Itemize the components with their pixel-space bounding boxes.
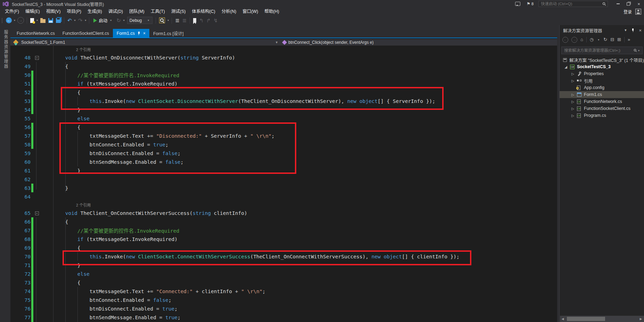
line-number[interactable]: 65 [10,210,31,216]
minimize-button[interactable] [613,0,623,7]
menu-item-7[interactable]: 团队(M) [126,8,148,16]
restore-button[interactable] [623,0,634,7]
redo-button[interactable]: ↷ [77,17,84,24]
code-line-77[interactable]: 77 btnSendMessage.Enabled = true; [10,313,560,322]
scroll-right-icon[interactable]: ▶ [638,317,644,321]
tree-item-functionsocketclient-cs-node[interactable]: ▷C#FunctionSocketClient.cs [560,105,644,112]
line-number[interactable]: 70 [10,254,31,259]
collapse-toggle-icon[interactable]: − [35,56,39,60]
breadcrumb-member[interactable]: btnConnect_Click(object sender, EventArg… [288,40,373,45]
new-file-button[interactable] [30,18,34,23]
code-line-72[interactable]: 72 else [10,269,560,278]
find-caret[interactable]: ▾ [166,19,170,22]
menu-item-8[interactable]: 工具(T) [148,8,168,16]
se-forward-button[interactable]: → [571,37,577,43]
line-number[interactable]: 50 [10,72,31,78]
navigate-list-2-button[interactable]: ≣ [181,17,188,24]
se-pending-changes-filter-button[interactable]: ◷ [590,37,594,43]
line-number[interactable]: 53 [10,98,31,104]
menu-item-4[interactable]: 项目(P) [64,8,84,16]
tree-item-properties-node[interactable]: ▷Properties [560,70,644,77]
line-number[interactable]: 67 [10,228,31,233]
tab-functionsocketclient-cs[interactable]: FunctionSocketClient.cs [59,29,113,38]
pin-icon[interactable] [631,29,635,32]
menu-item-11[interactable]: 分析(N) [218,8,239,16]
se-properties-button[interactable]: ⊞ [617,37,621,43]
feedback-icon[interactable] [515,2,520,6]
se-overflow-button[interactable]: » [628,37,630,43]
close-tab-icon[interactable]: × [143,32,146,35]
menu-item-12[interactable]: 窗口(W) [239,8,261,16]
menu-item-13[interactable]: 帮助(H) [261,8,282,16]
expander-open-icon[interactable]: ◢ [564,65,568,69]
code-line-75[interactable]: 75 btnConnect.Enabled = false; [10,296,560,304]
toolbar-grip[interactable] [1,18,3,23]
close-button[interactable]: × [634,0,644,7]
line-number[interactable]: 54 [10,107,31,113]
line-number[interactable]: 62 [10,177,31,182]
expander-closed-icon[interactable]: ▷ [571,107,575,111]
combo-caret-icon[interactable]: ▾ [147,19,150,22]
solution-explorer-search[interactable]: ▾ [561,47,643,54]
tree-item-app-config-node[interactable]: App.config [560,84,644,91]
se-home-button[interactable]: ⌂ [580,37,583,43]
window-position-icon[interactable]: ▼ [624,29,627,32]
sign-in-link[interactable]: 登录 [624,9,632,15]
code-line-76[interactable]: 76 btnDisConnect.Enabled = true; [10,304,560,313]
menu-item-1[interactable]: 文件(F) [2,8,22,16]
save-all-button[interactable] [56,18,61,23]
line-number[interactable]: 49 [10,64,31,69]
fold-column[interactable]: − [33,210,40,216]
redo-caret[interactable]: ▾ [84,19,87,22]
line-number[interactable]: 52 [10,90,31,95]
line-number[interactable]: 73 [10,280,31,285]
pin-icon[interactable] [137,32,141,35]
navigate-list-button[interactable]: ≣ [174,17,181,24]
code-editor[interactable]: 2 个引用48− void TheClient_OnDisconnectWith… [10,46,560,322]
bookmark-clear-button[interactable]: ↯ [212,17,220,24]
user-avatar-icon[interactable] [635,9,641,15]
expander-closed-icon[interactable]: ▷ [571,93,575,97]
code-line-68[interactable]: 68 if (txtMessageGet.InvokeRequired) [10,235,560,243]
code-line-63[interactable]: 63 } [10,184,560,192]
hot-reload-caret[interactable]: ▾ [122,19,126,22]
line-number[interactable]: 75 [10,297,31,303]
line-number[interactable]: 58 [10,142,31,147]
line-number[interactable]: 66 [10,219,31,225]
code-line-66[interactable]: 66 { [10,217,560,226]
tree-item-form1-cs-node[interactable]: ▷Form1.cs [560,91,644,98]
tree-item-solution-node[interactable]: 解决方案 "SocketTestCS_3" (1 个项目) [560,56,644,63]
menu-item-3[interactable]: 视图(V) [43,8,64,16]
menu-item-9[interactable]: 测试(S) [168,8,189,16]
line-number[interactable]: 63 [10,185,31,191]
code-line-55[interactable]: 55 else [10,114,560,123]
solution-search-input[interactable] [563,48,634,53]
line-number[interactable]: 60 [10,159,31,165]
expander-closed-icon[interactable]: ▷ [571,79,575,83]
code-line-73[interactable]: 73 { [10,278,560,287]
tree-item-references-node[interactable]: ▷引用 [560,77,644,84]
bookmark-next-button[interactable]: ↱ [205,17,212,24]
collapse-toggle-icon[interactable]: − [35,211,39,215]
save-button[interactable] [48,18,53,23]
fold-column[interactable]: − [33,55,40,61]
server-explorer-collapsed-tab[interactable]: 服务器资源管理器 [3,30,9,69]
code-line-48[interactable]: 48− void TheClient_OnDisconnectWithServe… [10,53,560,62]
menu-item-6[interactable]: 调试(D) [105,8,126,16]
se-back-button[interactable]: ← [562,37,568,43]
notifications-flag[interactable]: ⚑ 8 [527,1,534,6]
se-refresh-button[interactable]: ↻ [603,37,607,43]
code-line-64[interactable]: 64 [10,192,560,201]
debug-config-combo[interactable]: Debug▾ [127,17,152,24]
expander-closed-icon[interactable]: ▷ [571,114,575,118]
line-number[interactable]: 69 [10,245,31,251]
line-number[interactable]: 77 [10,315,31,320]
undo-caret[interactable]: ▾ [73,19,77,22]
line-number[interactable]: 59 [10,151,31,156]
breadcrumb-class[interactable]: SocketTestCS_1.Form1 [21,40,65,45]
tree-item-program-cs-node[interactable]: ▷C#Program.cs [560,112,644,119]
start-caret[interactable]: ▾ [109,19,113,22]
line-number[interactable]: 64 [10,194,31,200]
nav-backward-button[interactable]: ← [6,17,12,23]
bookmark-button[interactable] [193,18,196,23]
